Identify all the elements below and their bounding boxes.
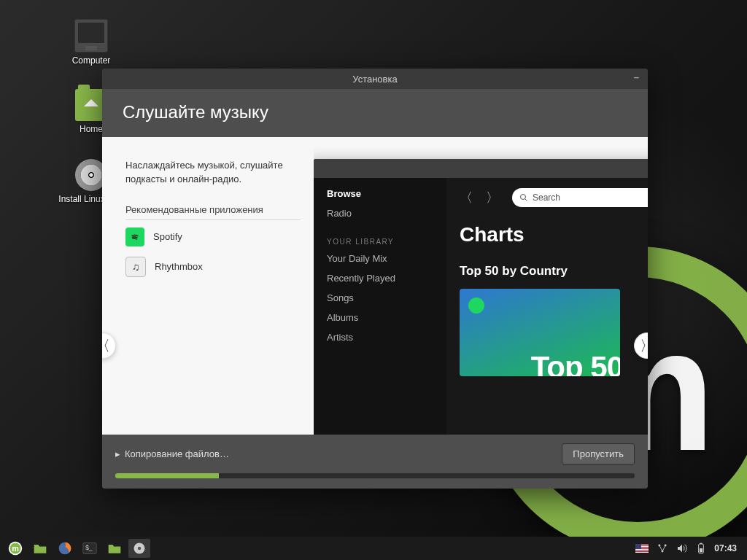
svg-rect-16 xyxy=(700,548,703,552)
sidebar-item-browse: Browse xyxy=(327,188,433,199)
system-tray: 07:43 xyxy=(635,542,743,554)
window-title: Установка xyxy=(352,74,397,85)
sidebar-library-header: YOUR LIBRARY xyxy=(327,238,433,246)
slide-body: 〈 〉 Наслаждайтесь музыкой, слушайте подк… xyxy=(102,137,648,435)
spotify-subheading: Top 50 by Country xyxy=(460,264,648,279)
desktop-icon-label: Computer xyxy=(58,55,124,66)
screenshot-titlebar xyxy=(314,159,648,178)
taskbar-terminal-button[interactable]: $_ xyxy=(79,539,101,558)
back-arrow-icon: 〈 xyxy=(460,189,473,206)
search-placeholder: Search xyxy=(533,192,560,203)
window-titlebar[interactable]: Установка – xyxy=(102,69,648,89)
installer-footer: ▸ Копирование файлов… Пропустить xyxy=(102,435,648,489)
desktop-icon-computer[interactable]: Computer xyxy=(58,19,124,66)
sidebar-item-artists: Artists xyxy=(327,332,433,343)
progress-fill xyxy=(115,473,219,478)
svg-point-12 xyxy=(665,544,667,546)
install-status[interactable]: ▸ Копирование файлов… xyxy=(115,448,229,459)
spotify-playlist-card: Top 50 xyxy=(460,289,620,376)
clock[interactable]: 07:43 xyxy=(714,543,737,553)
svg-text:m: m xyxy=(12,544,19,553)
sidebar-item-albums: Albums xyxy=(327,312,433,323)
minimize-button[interactable]: – xyxy=(634,71,639,82)
progress-bar xyxy=(115,473,635,478)
spotify-main: 〈 〉 Search Charts Top 50 by Country xyxy=(446,178,648,435)
svg-point-11 xyxy=(659,544,661,546)
spotify-search: Search xyxy=(512,188,648,207)
slide-right-column: Browse Radio YOUR LIBRARY Your Daily Mix… xyxy=(314,137,648,435)
recommended-app-rhythmbox: ♫ Rhythmbox xyxy=(125,257,301,277)
sidebar-item-daily-mix: Your Daily Mix xyxy=(327,253,433,264)
search-icon xyxy=(519,193,528,202)
card-big-text: Top 50 xyxy=(531,350,620,376)
sidebar-item-songs: Songs xyxy=(327,292,433,303)
taskbar: m $_ 07:43 xyxy=(0,537,747,560)
spotify-icon xyxy=(125,228,144,246)
rhythmbox-icon: ♫ xyxy=(125,257,146,277)
slide-heading: Слушайте музыку xyxy=(102,89,648,137)
app-label: Rhythmbox xyxy=(155,261,203,272)
app-label: Spotify xyxy=(153,231,182,242)
taskbar-firefox-button[interactable] xyxy=(54,539,76,558)
battery-icon[interactable] xyxy=(697,542,705,554)
start-menu-button[interactable]: m xyxy=(4,539,26,558)
slide-left-column: Наслаждайтесь музыкой, слушайте подкасты… xyxy=(102,137,314,435)
volume-icon[interactable] xyxy=(676,543,688,553)
svg-line-2 xyxy=(525,199,527,201)
recommended-app-spotify: Spotify xyxy=(125,228,301,246)
desktop-background: m Computer Home Install Linux Mint Устан… xyxy=(0,0,747,560)
installer-window: Установка – Слушайте музыку 〈 〉 Наслажда… xyxy=(102,69,648,489)
sidebar-item-recently-played: Recently Played xyxy=(327,273,433,284)
taskbar-files2-button[interactable] xyxy=(104,539,125,558)
svg-point-10 xyxy=(138,547,142,551)
svg-rect-15 xyxy=(700,543,703,544)
network-icon[interactable] xyxy=(657,543,667,553)
slide-lead-text: Наслаждайтесь музыкой, слушайте подкасты… xyxy=(125,159,301,187)
forward-arrow-icon: 〉 xyxy=(486,189,499,206)
spotify-screenshot: Browse Radio YOUR LIBRARY Your Daily Mix… xyxy=(314,159,648,435)
keyboard-layout-indicator[interactable] xyxy=(635,544,649,553)
recommended-apps-header: Рекомендованные приложения xyxy=(125,204,301,220)
svg-point-1 xyxy=(521,195,526,200)
disclosure-triangle-icon: ▸ xyxy=(115,448,120,459)
spotify-logo-dot-icon xyxy=(468,298,484,314)
status-text: Копирование файлов… xyxy=(125,448,229,459)
skip-button[interactable]: Пропустить xyxy=(562,443,635,464)
spotify-sidebar: Browse Radio YOUR LIBRARY Your Daily Mix… xyxy=(314,178,446,435)
sidebar-item-radio: Radio xyxy=(327,208,433,219)
spotify-heading: Charts xyxy=(460,223,648,246)
computer-icon xyxy=(74,19,108,52)
svg-text:$_: $_ xyxy=(85,545,93,552)
taskbar-files-button[interactable] xyxy=(29,539,51,558)
taskbar-installer-button[interactable] xyxy=(128,539,150,558)
